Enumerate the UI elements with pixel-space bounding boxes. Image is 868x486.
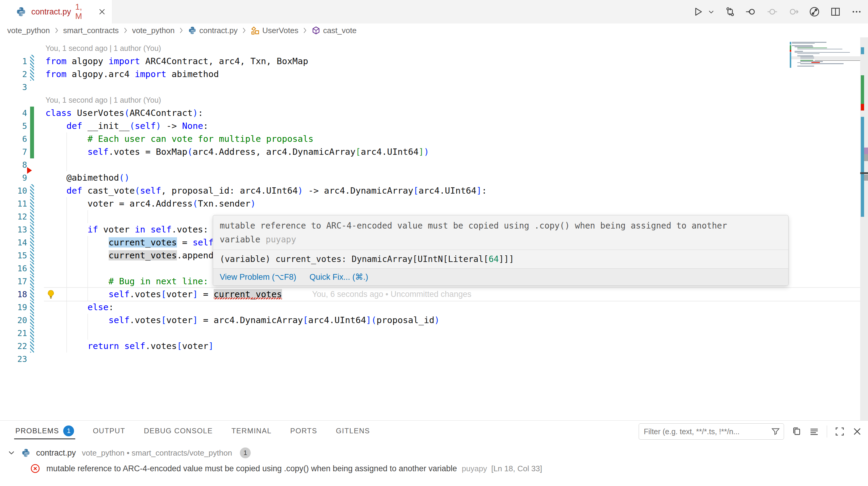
code-line-19[interactable]: 19 else: xyxy=(0,301,860,314)
problem-row[interactable]: mutable reference to ARC-4-encoded value… xyxy=(0,461,868,476)
code-line-11[interactable]: 11 voter = arc4.Address(Txn.sender) xyxy=(0,197,860,210)
gutter-diff-added[interactable] xyxy=(30,120,34,132)
line-number[interactable]: 12 xyxy=(0,210,27,223)
breadcrumb-item-cast_vote[interactable]: cast_vote xyxy=(311,26,356,35)
line-number[interactable]: 11 xyxy=(0,197,27,210)
step-into-icon[interactable] xyxy=(787,6,799,18)
code-line-7[interactable]: 7 self.votes = BoxMap(arc4.Address, arc4… xyxy=(0,146,860,158)
gutter-diff-modified[interactable] xyxy=(30,340,34,353)
code-line-22[interactable]: 22 return self.votes[voter] xyxy=(0,340,860,353)
gutter-diff-modified[interactable] xyxy=(30,262,34,275)
gutter-diff-added[interactable] xyxy=(30,146,34,158)
gutter-diff-deleted-icon[interactable] xyxy=(27,167,32,174)
gutter-diff-modified[interactable] xyxy=(30,249,34,262)
gutter-diff-modified[interactable] xyxy=(30,288,34,301)
tab-contract-py[interactable]: contract.py 1, M xyxy=(0,0,112,24)
code-line-20[interactable]: 20 self.votes[voter] = arc4.DynamicArray… xyxy=(0,314,860,327)
line-number[interactable]: 8 xyxy=(0,158,27,171)
gitlens-codelens-blame[interactable]: You, 1 second ago | 1 author (You) xyxy=(0,94,860,107)
breadcrumb-item-vote_python[interactable]: vote_python xyxy=(7,26,50,35)
panel-tab-debug-console[interactable]: DEBUG CONSOLE xyxy=(144,421,213,441)
line-number[interactable]: 14 xyxy=(0,236,27,249)
line-number[interactable]: 16 xyxy=(0,262,27,275)
run-dropdown-chevron-icon[interactable] xyxy=(707,6,715,18)
more-actions-icon[interactable] xyxy=(850,6,863,18)
quick-fix-link[interactable]: Quick Fix... (⌘.) xyxy=(309,272,368,282)
line-number[interactable]: 7 xyxy=(0,146,27,158)
gutter-diff-modified[interactable] xyxy=(30,210,34,223)
overview-ruler[interactable] xyxy=(860,37,868,420)
code-line-18[interactable]: 18 self.votes[voter] = current_votesYou,… xyxy=(0,288,860,301)
breadcrumb-item-UserVotes[interactable]: UserVotes xyxy=(251,26,298,35)
panel-tab-gitlens[interactable]: GITLENS xyxy=(336,421,370,441)
git-compare-icon[interactable] xyxy=(724,6,736,18)
line-number[interactable]: 5 xyxy=(0,120,27,132)
line-number[interactable]: 1 xyxy=(0,55,27,68)
line-number[interactable]: 17 xyxy=(0,275,27,288)
line-number[interactable]: 22 xyxy=(0,340,27,353)
gutter-diff-modified[interactable] xyxy=(30,301,34,314)
run-python-file-icon[interactable] xyxy=(692,6,704,18)
code-line-3[interactable]: 3 xyxy=(0,81,860,94)
code-line-8[interactable]: 8 xyxy=(0,158,860,171)
problems-filter[interactable] xyxy=(639,423,784,439)
gutter-diff-modified[interactable] xyxy=(30,275,34,288)
chevron-down-icon[interactable] xyxy=(7,449,16,457)
breadcrumb-item-vote_python[interactable]: vote_python xyxy=(132,26,175,35)
gutter-diff-modified[interactable] xyxy=(30,314,34,327)
gutter-diff-modified[interactable] xyxy=(30,68,34,81)
breadcrumb-item-contract.py[interactable]: contract.py xyxy=(188,26,238,35)
code-line-9[interactable]: 9 @abimethod() xyxy=(0,171,860,184)
line-number[interactable]: 18 xyxy=(0,288,27,301)
gutter-diff-modified[interactable] xyxy=(30,184,34,197)
code-line-6[interactable]: 6 # Each user can vote for multiple prop… xyxy=(0,132,860,146)
line-number[interactable]: 2 xyxy=(0,68,27,81)
filter-input[interactable] xyxy=(644,427,771,436)
run-and-debug-icon[interactable] xyxy=(808,6,820,18)
gutter-diff-added[interactable] xyxy=(30,107,34,120)
panel-tab-problems[interactable]: PROBLEMS1 xyxy=(16,421,74,441)
code-line-23[interactable]: 23 xyxy=(0,353,860,366)
line-number[interactable]: 19 xyxy=(0,301,27,314)
code-editor[interactable]: You, 1 second ago | 1 author (You)1from … xyxy=(0,37,868,420)
problems-file-row[interactable]: contract.py vote_python • smart_contract… xyxy=(0,445,868,461)
line-number[interactable]: 21 xyxy=(0,327,27,340)
line-number[interactable]: 10 xyxy=(0,184,27,197)
line-number[interactable]: 3 xyxy=(0,81,27,94)
line-number[interactable]: 23 xyxy=(0,353,27,366)
tab-close-icon[interactable] xyxy=(97,7,106,17)
breadcrumb-item-smart_contracts[interactable]: smart_contracts xyxy=(63,26,119,35)
line-number[interactable]: 9 xyxy=(0,171,27,184)
panel-tab-terminal[interactable]: TERMINAL xyxy=(231,421,272,441)
view-as-table-icon[interactable] xyxy=(809,427,819,436)
step-over-icon[interactable] xyxy=(766,6,778,18)
gutter-diff-modified[interactable] xyxy=(30,197,34,210)
code-line-4[interactable]: 4class UserVotes(ARC4Contract): xyxy=(0,107,860,120)
gutter-diff-added[interactable] xyxy=(30,132,34,146)
code-line-2[interactable]: 2from algopy.arc4 import abimethod xyxy=(0,68,860,81)
code-text: self.votes[voter] = current_votes xyxy=(45,288,282,301)
split-editor-icon[interactable] xyxy=(830,6,841,18)
view-problem-link[interactable]: View Problem (⌥F8) xyxy=(220,272,296,282)
line-number[interactable]: 15 xyxy=(0,249,27,262)
close-panel-icon[interactable] xyxy=(852,427,862,436)
panel-tab-output[interactable]: OUTPUT xyxy=(93,421,125,441)
gitlens-codelens-blame[interactable]: You, 1 second ago | 1 author (You) xyxy=(0,42,860,55)
gutter-diff-modified[interactable] xyxy=(30,327,34,340)
code-line-1[interactable]: 1from algopy import ARC4Contract, arc4, … xyxy=(0,55,860,68)
gutter-diff-modified[interactable] xyxy=(30,236,34,249)
maximize-panel-icon[interactable] xyxy=(835,427,844,436)
copy-all-icon[interactable] xyxy=(792,427,802,436)
panel-tab-ports[interactable]: PORTS xyxy=(290,421,317,441)
code-line-21[interactable]: 21 xyxy=(0,327,860,340)
step-back-icon[interactable] xyxy=(745,6,757,18)
minimap[interactable] xyxy=(790,42,860,120)
line-number[interactable]: 20 xyxy=(0,314,27,327)
code-line-5[interactable]: 5 def __init__(self) -> None: xyxy=(0,120,860,132)
line-number[interactable]: 4 xyxy=(0,107,27,120)
line-number[interactable]: 13 xyxy=(0,223,27,236)
gutter-diff-modified[interactable] xyxy=(30,223,34,236)
line-number[interactable]: 6 xyxy=(0,132,27,146)
code-line-10[interactable]: 10 def cast_vote(self, proposal_id: arc4… xyxy=(0,184,860,197)
gutter-diff-modified[interactable] xyxy=(30,55,34,68)
